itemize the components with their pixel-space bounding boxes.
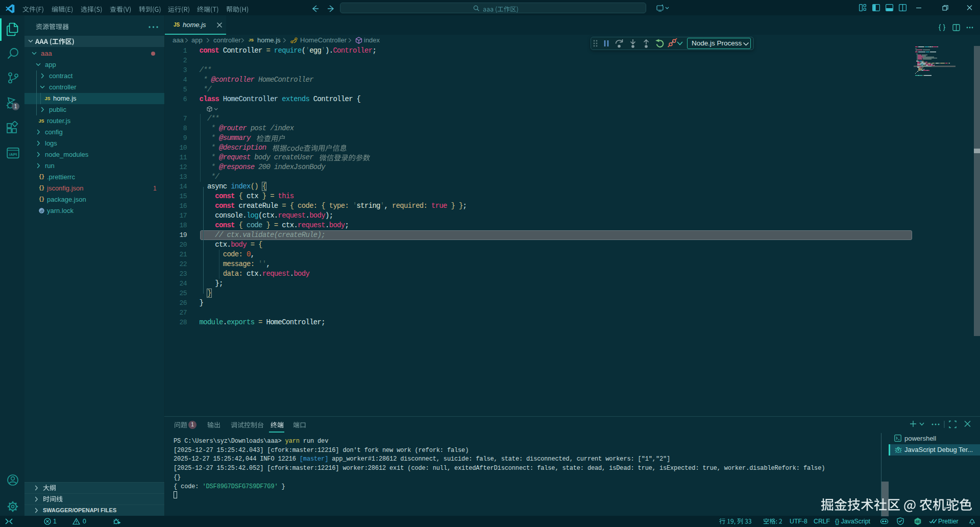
svg-text:4E: 4E bbox=[915, 519, 920, 524]
